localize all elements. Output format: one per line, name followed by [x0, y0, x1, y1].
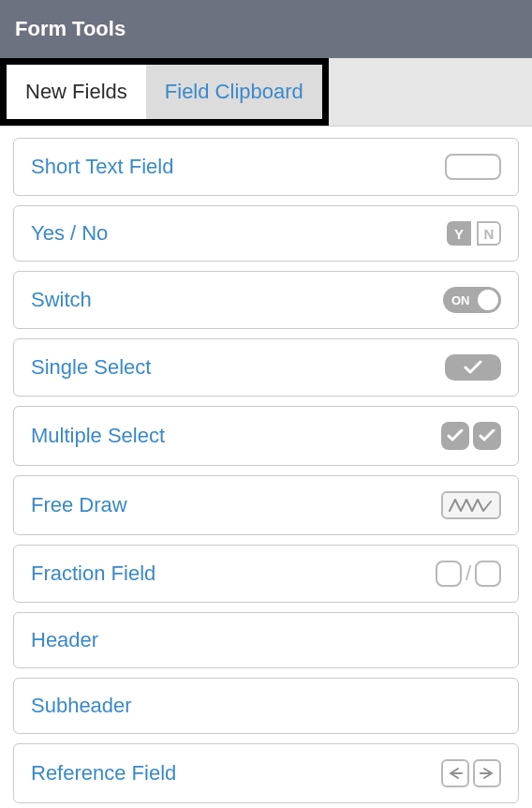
- panel-header: Form Tools: [0, 0, 532, 58]
- field-type-subheader[interactable]: Subheader: [13, 678, 519, 734]
- field-type-list: Short Text Field Yes / No YN Switch ON S…: [0, 127, 532, 803]
- field-type-header[interactable]: Header: [13, 612, 519, 668]
- yes-no-icon: YN: [447, 221, 501, 246]
- field-type-label: Reference Field: [31, 761, 176, 786]
- tab-field-clipboard[interactable]: Field Clipboard: [146, 65, 322, 119]
- field-type-multiple-select[interactable]: Multiple Select: [13, 406, 519, 466]
- tab-label: New Fields: [25, 80, 127, 103]
- field-type-label: Header: [31, 628, 98, 652]
- panel-title: Form Tools: [15, 17, 126, 40]
- field-type-short-text[interactable]: Short Text Field: [13, 138, 519, 196]
- field-type-free-draw[interactable]: Free Draw: [13, 475, 519, 535]
- field-type-switch[interactable]: Switch ON: [13, 271, 519, 329]
- fraction-icon: /: [436, 561, 501, 587]
- field-type-label: Single Select: [31, 355, 151, 380]
- field-type-label: Subheader: [31, 694, 132, 718]
- switch-icon: ON: [443, 287, 501, 313]
- field-type-label: Multiple Select: [31, 424, 165, 448]
- reference-icon: [441, 759, 501, 787]
- tab-new-fields[interactable]: New Fields: [7, 65, 146, 119]
- field-type-label: Yes / No: [31, 221, 108, 246]
- field-type-label: Free Draw: [31, 493, 127, 517]
- field-type-label: Fraction Field: [31, 561, 155, 586]
- tabs-bar: New Fields Field Clipboard: [0, 58, 532, 127]
- textbox-icon: [445, 154, 501, 180]
- field-type-label: Switch: [31, 288, 92, 312]
- tab-label: Field Clipboard: [165, 80, 303, 103]
- single-select-icon: [445, 354, 501, 381]
- freedraw-icon: [441, 491, 501, 519]
- field-type-label: Short Text Field: [31, 155, 173, 179]
- field-type-yes-no[interactable]: Yes / No YN: [13, 205, 519, 262]
- field-type-fraction[interactable]: Fraction Field /: [13, 545, 519, 603]
- tabs-highlight-box: New Fields Field Clipboard: [0, 58, 329, 126]
- field-type-single-select[interactable]: Single Select: [13, 338, 519, 397]
- field-type-reference[interactable]: Reference Field: [13, 743, 519, 803]
- multi-select-icon: [441, 422, 501, 450]
